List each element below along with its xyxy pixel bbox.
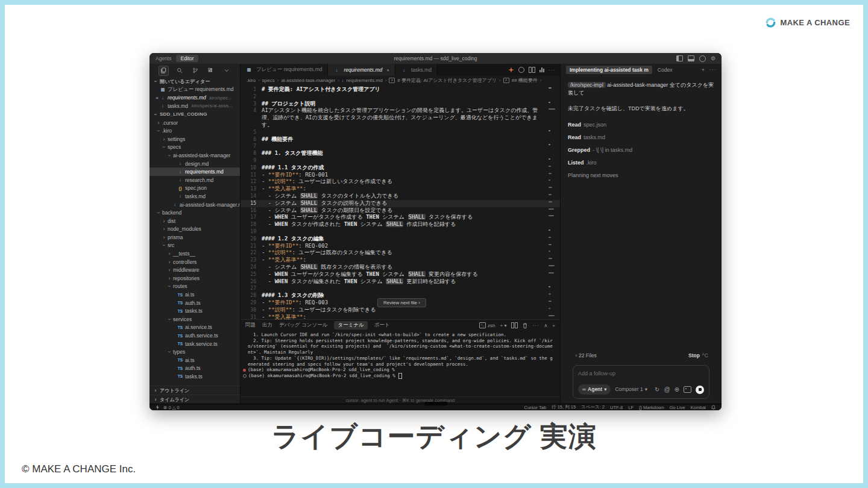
tree-item-ai-assisted-task-manager[interactable]: ›ai-assisted-task-manager [149, 151, 240, 160]
tree-item-requirements.md[interactable]: ↓requirements.md [149, 167, 240, 176]
tree-item-ai.service.ts[interactable]: TSai.service.ts [149, 324, 240, 332]
timeline-section[interactable]: › タイムライン [149, 395, 240, 404]
split-terminal-icon[interactable] [511, 322, 518, 328]
tree-item-ai.ts[interactable]: TSai.ts [149, 356, 240, 364]
tree-item-routes[interactable]: ›routes [149, 283, 240, 291]
code-line[interactable]: 9 [241, 157, 560, 164]
resize-grip[interactable] [424, 402, 447, 405]
tree-item-dist[interactable]: ›dist [149, 217, 240, 225]
tree-item-src[interactable]: ›src [149, 242, 240, 250]
tree-item-types[interactable]: ›types [149, 348, 240, 356]
remote-icon[interactable] [156, 405, 160, 410]
statusbar-item[interactable]: {} Markdown [639, 405, 664, 410]
terminal-output[interactable]: 1. Launch Cursor IDE and run `/kiro/spec… [241, 331, 560, 396]
breadcrumb-item[interactable]: .kiro [247, 78, 256, 83]
image-icon[interactable] [684, 386, 691, 393]
code-line[interactable]: 7 [241, 143, 560, 150]
tab-debug-console[interactable]: デバッグ コンソール [279, 322, 327, 329]
tree-item-auth.ts[interactable]: TSauth.ts [149, 299, 240, 307]
tree-item-.kiro[interactable]: ›.kiro [149, 127, 240, 135]
tree-item-prisma[interactable]: ›prisma [149, 233, 240, 242]
tree-item-middleware[interactable]: ›middleware [149, 266, 240, 274]
tree-item-ai.ts[interactable]: TSai.ts [149, 290, 240, 299]
breadcrumb-item[interactable]: requirements.md [347, 78, 383, 83]
editor-tab-tasks.md[interactable]: ↓tasks.md [395, 64, 438, 76]
tree-item-tasks.ts[interactable]: TStasks.ts [149, 372, 240, 381]
code-line[interactable]: 11- **要件ID**: REQ-001 [241, 172, 560, 179]
code-line[interactable]: 31- **受入基準**: [241, 314, 560, 320]
statusbar-item[interactable]: 行 15, 列 15 [552, 404, 576, 410]
close-icon[interactable]: × [386, 67, 389, 73]
code-line[interactable]: 27 [241, 285, 560, 292]
source-control-icon[interactable] [191, 66, 200, 75]
stop-generation-button[interactable] [696, 386, 704, 394]
more-icon[interactable]: ··· [532, 323, 539, 328]
code-line[interactable]: 10#### 1.1 タスクの作成 [241, 164, 560, 172]
stop-button[interactable]: Stop^C [688, 352, 708, 360]
tab-problems[interactable]: 問題 [245, 322, 256, 329]
tool-call[interactable]: Readspec.json [568, 121, 714, 129]
code-line[interactable]: 26 - WHEN タスクが編集された THEN システム SHALL 更新日時… [241, 278, 560, 286]
agent-mode-selector[interactable]: ∞ Agent ▾ [578, 384, 611, 395]
editor-tab[interactable]: Editor [176, 55, 198, 62]
web-icon[interactable]: ⊕ [675, 386, 679, 393]
chat-tab-codex[interactable]: Codex [658, 67, 673, 73]
toggle-sidebar-icon[interactable] [676, 55, 683, 61]
new-chat-icon[interactable]: + [702, 67, 705, 73]
tree-item-__tests__[interactable]: ›__tests__ [149, 249, 240, 258]
review-next-file-button[interactable]: Review next file › [377, 298, 426, 307]
kiro-spark-icon[interactable] [508, 67, 514, 73]
tree-item-task.service.ts[interactable]: TStask.service.ts [149, 340, 240, 348]
tree-item-services[interactable]: ›services [149, 315, 240, 324]
layout-icon[interactable] [699, 55, 706, 62]
code-line[interactable]: 30- **説明**: ユーザーはタスクを削除できる [241, 307, 560, 314]
code-line[interactable]: 2 [241, 93, 560, 101]
project-root-header[interactable]: › SDD_LIVE_CODING [149, 110, 240, 119]
tool-call[interactable]: Grepped- \[ \] in tasks.md [568, 146, 714, 154]
code-line[interactable]: 15 - システム SHALL タスクの説明を入力できる [241, 200, 560, 207]
statusbar-item[interactable]: Cursor Tab [524, 405, 547, 410]
tree-item-specs[interactable]: ›specs [149, 143, 240, 152]
editor-tab-requirements.md[interactable]: ↓requirements.md× [328, 64, 395, 76]
open-editor-item[interactable]: ×↓requirements.md.kiro/spec... [149, 94, 240, 102]
statusbar-item[interactable]: Kombai [691, 405, 706, 410]
code-line[interactable]: 5 [241, 129, 560, 136]
code-line[interactable]: 17 - WHEN ユーザーがタスクを作成する THEN システム SHALL … [241, 214, 560, 221]
code-line[interactable]: 19 [241, 228, 560, 236]
shell-selector[interactable]: >_ zsh [479, 322, 495, 328]
code-editor[interactable]: 1# 要件定義: AIアシスト付きタスク管理アプリ2 3## プロジェクト説明4… [241, 84, 560, 319]
code-line[interactable]: 21- **要件ID**: REQ-002 [241, 243, 560, 250]
tab-ports[interactable]: ポート [374, 322, 390, 329]
close-panel-icon[interactable]: × [552, 323, 555, 328]
code-line[interactable]: 23- **受入基準**: [241, 257, 560, 264]
tree-item-repositories[interactable]: ›repositories [149, 274, 240, 283]
code-line[interactable]: 24 - システム SHALL 既存タスクの情報を表示する [241, 264, 560, 271]
extensions-icon[interactable] [207, 66, 216, 75]
chat-tab-active[interactable]: Implementing ai-assisted task m [566, 66, 652, 74]
breadcrumb-item[interactable]: # 要件定義: AIアシスト付きタスク管理アプリ [397, 77, 497, 84]
code-line[interactable]: 1# 要件定義: AIアシスト付きタスク管理アプリ [241, 86, 560, 93]
bell-icon[interactable] [711, 405, 715, 410]
tree-item-design.md[interactable]: ↓design.md [149, 160, 240, 168]
chat-more-icon[interactable]: ··· [709, 67, 716, 73]
tree-item-backend[interactable]: ›backend [149, 208, 240, 217]
code-line[interactable]: 22- **説明**: ユーザーは既存のタスクを編集できる [241, 249, 560, 257]
gear-icon[interactable]: ⚙ [711, 56, 715, 61]
code-line[interactable]: 20#### 1.2 タスクの編集 [241, 236, 560, 243]
code-line[interactable]: 3## プロジェクト説明 [241, 101, 560, 108]
code-line[interactable]: 18 - WHEN タスクが作成された THEN システム SHALL 作成日時… [241, 221, 560, 228]
maximize-panel-icon[interactable]: ∧ [544, 323, 547, 328]
breadcrumb[interactable]: .kiro›specs›ai-assisted-task-manager›↓re… [241, 76, 560, 84]
chart-icon[interactable] [539, 67, 544, 72]
toggle-panel-icon[interactable] [688, 55, 694, 61]
tree-item-settings[interactable]: ›settings [149, 135, 240, 143]
code-line[interactable]: 6## 機能要件 [241, 136, 560, 143]
tree-item-tasks.ts[interactable]: TStasks.ts [149, 307, 240, 315]
code-line[interactable]: 13- **受入基準**: [241, 186, 560, 193]
statusbar-item[interactable]: スペース: 2 [581, 404, 605, 410]
tree-item-auth.ts[interactable]: TSauth.ts [149, 364, 240, 373]
history-icon[interactable]: ↻ [655, 386, 659, 393]
breadcrumb-item[interactable]: specs [262, 78, 275, 83]
breadcrumb-item[interactable]: ai-assisted-task-manager [281, 78, 335, 83]
breadcrumb-item[interactable]: ## 機能要件 [512, 77, 538, 84]
